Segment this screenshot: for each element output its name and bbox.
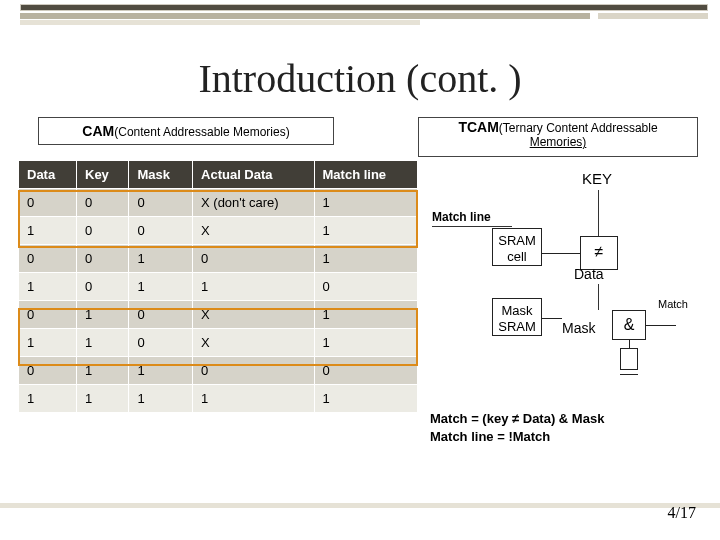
- page-number: 4/17: [668, 504, 696, 522]
- table-cell: 0: [77, 245, 129, 273]
- mask-sram-box: MaskSRAM: [492, 298, 542, 336]
- table-row: 11111: [19, 385, 418, 413]
- tcam-cell-diagram: KEY Match line SRAMcell MaskSRAM ≠ & Dat…: [432, 170, 702, 400]
- footer-bar: [0, 503, 720, 508]
- th-matchline: Match line: [314, 161, 417, 189]
- table-cell: 1: [77, 329, 129, 357]
- table-row: 110X1: [19, 329, 418, 357]
- sram-cell-box: SRAMcell: [492, 228, 542, 266]
- table-cell: 1: [19, 273, 77, 301]
- table-cell: 1: [129, 385, 193, 413]
- table-cell: 0: [77, 189, 129, 217]
- table-cell: 0: [19, 357, 77, 385]
- key-label: KEY: [582, 170, 612, 187]
- cam-heading-main: CAM: [82, 123, 114, 139]
- table-cell: X: [193, 217, 314, 245]
- equations-block: Match = (key ≠ Data) & Mask Match line =…: [430, 410, 690, 446]
- th-mask: Mask: [129, 161, 193, 189]
- table-row: 10110: [19, 273, 418, 301]
- th-key: Key: [77, 161, 129, 189]
- table-cell: 0: [314, 357, 417, 385]
- tcam-heading-sub: (Ternary Content Addressable: [499, 121, 658, 135]
- slide-title: Introduction (cont. ): [0, 55, 720, 102]
- mask-wire-label: Mask: [562, 320, 595, 336]
- table-cell: 1: [19, 385, 77, 413]
- table-cell: 1: [314, 301, 417, 329]
- wire-key: [598, 190, 599, 238]
- table-cell: 0: [193, 357, 314, 385]
- table-cell: X: [193, 329, 314, 357]
- table-cell: 0: [193, 245, 314, 273]
- table-cell: 0: [19, 301, 77, 329]
- and-gate: &: [612, 310, 646, 340]
- table-cell: 1: [314, 189, 417, 217]
- table-cell: 1: [19, 329, 77, 357]
- cam-heading-box: CAM(Content Addressable Memories): [38, 117, 334, 145]
- truth-table: Data Key Mask Actual Data Match line 000…: [18, 160, 418, 413]
- wire-matchline: [432, 226, 512, 227]
- table-cell: 0: [129, 301, 193, 329]
- table-cell: X (don't care): [193, 189, 314, 217]
- data-wire-label: Data: [574, 266, 604, 282]
- transistor-icon: [620, 348, 638, 370]
- tcam-heading-box: TCAM(Ternary Content Addressable Memorie…: [418, 117, 698, 157]
- table-cell: 1: [314, 245, 417, 273]
- table-cell: 1: [314, 217, 417, 245]
- equation-match: Match = (key ≠ Data) & Mask: [430, 410, 690, 428]
- tcam-heading-main: TCAM: [458, 119, 498, 135]
- matchline-label: Match line: [432, 210, 491, 224]
- table-row: 01100: [19, 357, 418, 385]
- table-cell: 1: [129, 273, 193, 301]
- wire-and-out: [646, 325, 676, 326]
- table-cell: 0: [314, 273, 417, 301]
- table-cell: 0: [129, 217, 193, 245]
- table-row: 010X1: [19, 301, 418, 329]
- table-cell: 0: [129, 329, 193, 357]
- top-decorative-bars: [0, 0, 720, 26]
- match-out-label: Match: [658, 298, 688, 310]
- table-cell: 1: [129, 245, 193, 273]
- table-row: 100X1: [19, 217, 418, 245]
- equation-matchline: Match line = !Match: [430, 428, 690, 446]
- table-cell: 0: [129, 189, 193, 217]
- th-data: Data: [19, 161, 77, 189]
- cam-heading-sub: (Content Addressable Memories): [114, 125, 289, 139]
- table-cell: 0: [19, 189, 77, 217]
- table-cell: 1: [193, 273, 314, 301]
- table-row: 00101: [19, 245, 418, 273]
- table-cell: 1: [129, 357, 193, 385]
- table-cell: 1: [77, 301, 129, 329]
- table-cell: X: [193, 301, 314, 329]
- table-cell: 1: [314, 385, 417, 413]
- th-actual: Actual Data: [193, 161, 314, 189]
- comparator-neq: ≠: [580, 236, 618, 270]
- table-cell: 0: [19, 245, 77, 273]
- table-cell: 0: [77, 273, 129, 301]
- table-row: 000X (don't care)1: [19, 189, 418, 217]
- ground-line: [620, 374, 638, 375]
- table-cell: 1: [19, 217, 77, 245]
- table-cell: 1: [193, 385, 314, 413]
- table-cell: 1: [314, 329, 417, 357]
- tcam-heading-sub2: Memories): [419, 135, 697, 149]
- wire-mask-and: [542, 318, 562, 319]
- wire-neq-out: [598, 284, 599, 310]
- table-cell: 1: [77, 357, 129, 385]
- wire-sram-neq: [542, 253, 580, 254]
- table-cell: 0: [77, 217, 129, 245]
- table-cell: 1: [77, 385, 129, 413]
